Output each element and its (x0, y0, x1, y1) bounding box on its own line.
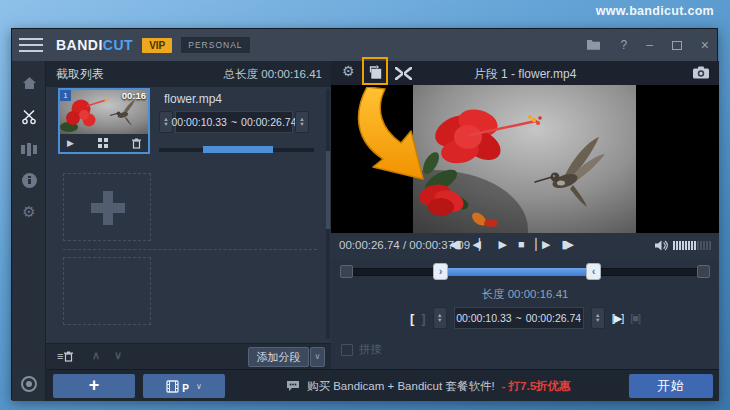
clip-delete-icon[interactable] (132, 138, 141, 149)
cut-list-title: 截取列表 (56, 66, 104, 83)
segment-range-field[interactable]: 00:00:10.33~00:00:26.74 (454, 307, 584, 329)
promo-banner: 购买 Bandicam + Bandicut 套餐软件! - 打7.5折优惠 (286, 370, 571, 402)
sidebar-item-join[interactable] (12, 138, 46, 160)
start-button[interactable]: 开始 (629, 374, 713, 398)
clip-controls: ▶ (60, 134, 148, 152)
snapshot-camera-icon[interactable] (693, 65, 709, 83)
preview-panel: 片段 1 - flower.mp4 ⚙ (331, 61, 719, 401)
help-icon[interactable]: ? (620, 38, 627, 52)
move-down-icon[interactable]: ∨ (114, 349, 122, 362)
segment-length-label: 长度 00:00:16.41 (331, 287, 719, 302)
cut-list-footer: ≡ ∧ ∨ 添加分段 ∨ (46, 343, 331, 369)
sidebar-item-cut[interactable] (12, 106, 46, 128)
prev-keyframe-button[interactable]: ◀▮ (449, 238, 460, 251)
clip-filename: flower.mp4 (164, 92, 222, 106)
encode-settings-icon[interactable]: ⚙ (342, 63, 355, 79)
segment-title: 片段 1 - flower.mp4 (331, 66, 719, 83)
segment-start-stepper[interactable]: ▲▼ (433, 307, 447, 329)
scrollbar-thumb[interactable] (326, 151, 330, 229)
volume-control[interactable] (655, 240, 711, 251)
plus-icon (91, 191, 125, 225)
chat-bubble-icon (286, 380, 300, 392)
clip-thumbnail[interactable]: 1 00:16 ▶ (58, 88, 150, 154)
preview-toolbar: 片段 1 - flower.mp4 ⚙ (331, 61, 719, 85)
preset-dropdown-icon: ∨ (196, 382, 202, 391)
brand-row: BANDICUT VIP PERSONAL (56, 29, 250, 61)
set-end-bracket-button[interactable]: ] (421, 311, 425, 326)
playhead-marker[interactable] (589, 253, 599, 285)
bottom-bar: + P ∨ 购买 Bandicam + Bandicut 套餐软件! - 打7.… (46, 369, 719, 401)
preset-letter: P (182, 383, 189, 394)
join-checkbox[interactable] (341, 344, 353, 356)
stop-segment-button[interactable]: [■] (630, 312, 640, 324)
stop-button[interactable]: ■ (518, 238, 523, 251)
speaker-icon (655, 240, 668, 251)
clip-range-field[interactable]: 00:00:10.33~00:00:26.74 (175, 111, 293, 133)
video-frame (413, 85, 636, 233)
site-watermark: www.bandicut.com (596, 4, 714, 18)
add-video-button[interactable]: + (53, 374, 135, 398)
clip-range-bar[interactable] (159, 146, 314, 153)
step-back-button[interactable]: ◀▏ (473, 238, 486, 251)
cut-list-header: 截取列表 总长度 00:00:16.41 (46, 61, 331, 87)
range-end-stepper[interactable]: ▲▼ (295, 111, 309, 133)
add-segment-dropdown[interactable]: ∨ (310, 347, 325, 367)
record-icon[interactable] (12, 373, 46, 395)
join-label: 拼接 (359, 342, 382, 357)
app-logo: BANDICUT (56, 37, 133, 53)
clip-grid-icon[interactable] (98, 138, 108, 148)
promo-text[interactable]: 购买 Bandicam + Bandicut 套餐软件! (307, 379, 495, 394)
track-start-handle[interactable] (340, 265, 353, 278)
maximize-icon[interactable] (672, 41, 682, 50)
cut-list-panel: 截取列表 总长度 00:00:16.41 (46, 61, 331, 369)
empty-slot (63, 257, 151, 325)
titlebar-buttons: ? – × (586, 29, 709, 61)
join-option: 拼接 (341, 342, 382, 357)
add-clip-slot[interactable] (63, 173, 151, 241)
clip-index-badge: 1 (60, 90, 71, 101)
next-keyframe-button[interactable]: ▮▶ (561, 238, 572, 251)
crop-icon[interactable] (395, 66, 412, 84)
cut-list: 1 00:16 ▶ flower.mp4 ▲▼ 00: (46, 87, 331, 343)
promo-offer-link[interactable]: - 打7.5折优惠 (502, 379, 571, 394)
track-end-handle[interactable] (697, 265, 710, 278)
highlight-box (362, 57, 388, 85)
list-scrollbar[interactable] (326, 89, 330, 339)
volume-bars[interactable] (673, 241, 711, 250)
set-start-bracket-button[interactable]: [ (410, 311, 414, 326)
move-up-icon[interactable]: ∧ (92, 349, 100, 362)
film-icon (166, 380, 179, 393)
selected-range[interactable] (447, 268, 591, 276)
minimize-icon[interactable]: – (646, 38, 653, 52)
segment-range-row: [ ] ▲▼ 00:00:10.33~00:00:26.74 ▲▼ [▶] [■… (331, 305, 719, 331)
transport-bar: 00:00:26.74 / 00:00:37.09 ◀▮ ◀▏ ▶ ■ ▏▶ ▮… (331, 233, 719, 259)
sidebar-item-home[interactable] (12, 72, 46, 94)
vip-badge: VIP (142, 38, 172, 53)
preset-button[interactable]: P ∨ (143, 374, 225, 398)
clip-duration: 00:16 (122, 90, 146, 101)
timeline-slider: › ‹ (331, 259, 719, 285)
clear-list-icon[interactable]: ≡ (57, 350, 73, 362)
total-length-label: 总长度 00:00:16.41 (224, 67, 322, 82)
open-folder-icon[interactable] (586, 38, 601, 53)
personal-badge: PERSONAL (181, 37, 249, 53)
app-window: BANDICUT VIP PERSONAL ? – × (11, 28, 718, 400)
play-segment-button[interactable]: [▶] (612, 312, 624, 325)
annotation-arrow (349, 87, 431, 183)
video-preview[interactable] (331, 85, 719, 233)
range-start-handle[interactable]: › (433, 263, 448, 280)
clip-play-icon[interactable]: ▶ (67, 138, 74, 148)
segment-end-stepper[interactable]: ▲▼ (591, 307, 605, 329)
sidebar-item-settings[interactable]: ⚙ (12, 201, 46, 223)
step-forward-button[interactable]: ▏▶ (536, 238, 549, 251)
transport-buttons: ◀▮ ◀▏ ▶ ■ ▏▶ ▮▶ (449, 238, 572, 251)
sidebar-item-info[interactable] (12, 169, 46, 191)
add-segment-button[interactable]: 添加分段 (248, 347, 309, 367)
menu-icon[interactable] (19, 38, 43, 52)
list-separator (63, 249, 317, 250)
play-button[interactable]: ▶ (498, 238, 504, 251)
close-icon[interactable]: × (701, 37, 709, 53)
sidebar: ⚙ (12, 61, 46, 401)
clip-time-range: ▲▼ 00:00:10.33~00:00:26.74 ▲▼ (159, 111, 309, 133)
